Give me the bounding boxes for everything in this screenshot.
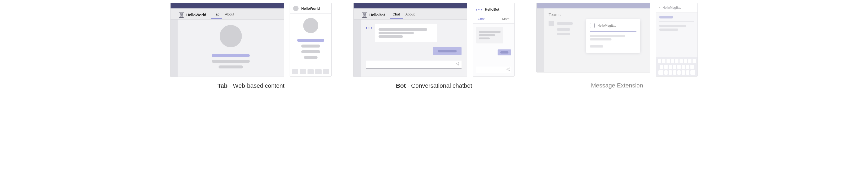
- bot-mobile-chat: [473, 24, 515, 76]
- key[interactable]: [682, 65, 685, 69]
- bot-message-row: [366, 24, 462, 42]
- placeholder-line: [212, 60, 250, 63]
- footer-item[interactable]: [315, 69, 321, 74]
- app-icon: [362, 12, 367, 18]
- avatar-icon: [293, 6, 299, 11]
- placeholder-line: [378, 35, 403, 38]
- tab-mobile-footer: [290, 67, 331, 76]
- app-icon: [179, 12, 184, 18]
- tab-app-name: HelloWorld: [186, 13, 206, 17]
- svg-rect-4: [363, 14, 364, 15]
- bot-mobile-input[interactable]: [476, 67, 511, 73]
- bot-body: [353, 20, 467, 77]
- footer-item[interactable]: [292, 69, 298, 74]
- window-titlebar: [353, 3, 467, 8]
- svg-rect-2: [180, 15, 181, 16]
- placeholder-line: [590, 45, 603, 48]
- key[interactable]: [688, 59, 691, 63]
- msgext-mobile-body: [656, 12, 698, 57]
- placeholder-line: [557, 28, 570, 31]
- bot-caption: Bot - Conversational chatbot: [396, 82, 472, 90]
- bot-mobile-tab-chat[interactable]: Chat: [474, 15, 488, 23]
- bot-icon: [366, 25, 372, 31]
- placeholder-line: [557, 22, 573, 25]
- svg-point-11: [479, 9, 480, 10]
- tab-content: [178, 20, 284, 77]
- key[interactable]: [680, 59, 683, 63]
- footer-item[interactable]: [308, 69, 314, 74]
- tab-body: [170, 20, 284, 77]
- placeholder-line: [378, 28, 427, 31]
- placeholder-line: [590, 38, 612, 41]
- keyboard[interactable]: [656, 57, 698, 76]
- tab-tab[interactable]: Tab: [211, 10, 222, 19]
- bot-tab-chat[interactable]: Chat: [390, 10, 403, 19]
- bot-chat-area: [361, 20, 467, 77]
- key[interactable]: [686, 70, 689, 75]
- key[interactable]: [690, 70, 695, 75]
- back-icon[interactable]: ‹: [659, 6, 660, 9]
- key[interactable]: [690, 65, 694, 69]
- placeholder-line: [590, 35, 625, 37]
- key[interactable]: [677, 70, 681, 75]
- avatar-placeholder: [303, 18, 318, 33]
- popup-divider: [590, 31, 637, 31]
- placeholder-line: [659, 16, 673, 19]
- bot-mobile-tabs: Chat More: [473, 15, 515, 24]
- placeholder-line: [219, 66, 243, 69]
- key[interactable]: [664, 65, 668, 69]
- key[interactable]: [684, 59, 687, 63]
- footer-item[interactable]: [323, 69, 329, 74]
- svg-point-9: [369, 28, 370, 28]
- placeholder-line: [297, 39, 324, 42]
- placeholder-line: [500, 51, 508, 53]
- key[interactable]: [677, 65, 681, 69]
- placeholder-line: [479, 34, 495, 36]
- tab-caption: Tab - Web-based content: [217, 82, 284, 90]
- key[interactable]: [671, 59, 674, 63]
- msgext-mockups: Teams HelloMsgExt: [536, 3, 698, 77]
- key[interactable]: [669, 70, 672, 75]
- placeholder-line: [301, 50, 320, 53]
- tab-about[interactable]: About: [222, 10, 237, 19]
- message-input[interactable]: [366, 60, 462, 69]
- key[interactable]: [658, 70, 663, 75]
- bot-icon: [476, 7, 482, 13]
- tab-group: HelloWorld Tab About HelloWorld: [170, 3, 332, 90]
- tab-desktop-window: HelloWorld Tab About: [170, 3, 284, 77]
- key[interactable]: [673, 65, 676, 69]
- keyboard-row: [658, 59, 696, 63]
- placeholder-line: [479, 31, 501, 33]
- send-icon[interactable]: [456, 62, 459, 67]
- footer-item[interactable]: [300, 69, 306, 74]
- avatar-placeholder: [220, 25, 242, 47]
- tab-caption-strong: Tab: [217, 82, 227, 89]
- key[interactable]: [664, 70, 668, 75]
- msgext-mobile: ‹ HelloMsgExt: [656, 3, 698, 77]
- placeholder-line: [301, 45, 320, 48]
- tab-mobile: HelloWorld: [289, 3, 332, 77]
- key[interactable]: [660, 65, 663, 69]
- msgext-caption: Message Extension: [591, 82, 643, 89]
- window-titlebar: [537, 3, 650, 8]
- key[interactable]: [662, 59, 665, 63]
- bot-tab-about[interactable]: About: [403, 10, 417, 19]
- placeholder-line: [479, 37, 490, 40]
- key[interactable]: [669, 65, 672, 69]
- key[interactable]: [658, 59, 661, 63]
- key[interactable]: [686, 65, 689, 69]
- svg-rect-0: [180, 14, 181, 15]
- svg-rect-6: [363, 15, 364, 16]
- key[interactable]: [675, 59, 678, 63]
- key[interactable]: [673, 70, 676, 75]
- svg-rect-1: [182, 14, 183, 15]
- send-icon[interactable]: [506, 67, 510, 72]
- bot-mobile: HelloBot Chat More: [473, 3, 515, 77]
- msgext-desktop-window: Teams HelloMsgExt: [536, 3, 650, 73]
- key[interactable]: [682, 70, 685, 75]
- bot-mobile-tab-more[interactable]: More: [498, 15, 513, 23]
- key[interactable]: [666, 59, 670, 63]
- key[interactable]: [692, 59, 696, 63]
- bot-desktop-window: HelloBot Chat About: [353, 3, 467, 77]
- msgext-group: Teams HelloMsgExt: [536, 3, 698, 89]
